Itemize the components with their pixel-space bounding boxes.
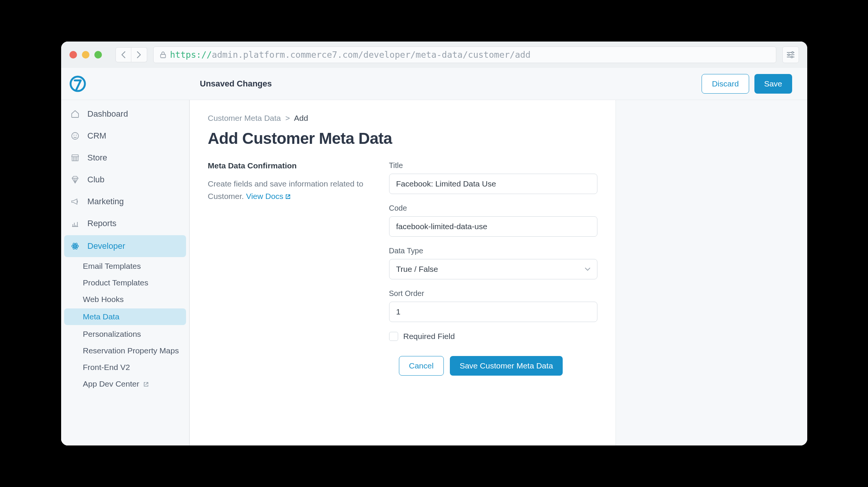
diamond-icon [70,175,80,185]
svg-point-5 [788,54,789,55]
sliders-icon [786,51,795,58]
store-icon [70,153,80,163]
smile-icon [70,131,80,141]
topbar: Unsaved Changes Discard Save [189,68,807,100]
sidebar-sub-label: Front-End V2 [83,363,130,371]
url-path: admin.platform.commerce7.com/developer/m… [212,50,531,60]
sidebar-sub-label: App Dev Center [83,379,139,388]
label-sort-order: Sort Order [389,289,597,298]
sidebar-item-club[interactable]: Club [61,169,189,191]
lock-icon [160,51,166,59]
sidebar-sub-label: Personalizations [83,330,141,338]
form-left: Meta Data Confirmation Create fields and… [208,161,366,376]
topbar-row: Unsaved Changes Discard Save [61,68,807,100]
page-title: Add Customer Meta Data [208,129,597,148]
svg-point-6 [791,56,792,58]
svg-point-9 [73,135,74,136]
svg-point-10 [75,135,76,136]
form-actions: Cancel Save Customer Meta Data [399,356,597,376]
label-datatype: Data Type [389,247,597,255]
sidebar-item-developer[interactable]: Developer [64,235,186,257]
chevron-right-icon [136,51,142,59]
logo-cell [61,68,189,100]
sidebar-item-marketing[interactable]: Marketing [61,191,189,213]
sidebar-sub-label: Product Templates [83,278,149,287]
sidebar-item-reports[interactable]: Reports [61,213,189,234]
megaphone-icon [70,197,80,207]
browser-window: https://admin.platform.commerce7.com/dev… [61,42,807,445]
nav-buttons [115,47,147,62]
sidebar-sub-email-templates[interactable]: Email Templates [61,258,189,274]
sidebar-sub-label: Reservation Property Maps [83,346,179,355]
input-title[interactable] [389,174,597,194]
field-required: Required Field [389,332,597,341]
sidebar-sub-meta-data[interactable]: Meta Data [64,308,186,325]
forward-button[interactable] [131,47,147,62]
label-required: Required Field [403,332,455,341]
sidebar-sub-personalizations[interactable]: Personalizations [61,326,189,342]
gear-atom-icon [70,241,80,251]
url-bar[interactable]: https://admin.platform.commerce7.com/dev… [153,46,776,63]
close-window-button[interactable] [69,51,77,59]
sidebar: Dashboard CRM Store Club Marketing [61,100,189,445]
svg-point-11 [74,245,75,247]
sidebar-item-label: Reports [88,219,117,228]
breadcrumb-sep: > [285,114,290,122]
input-code[interactable] [389,216,597,237]
sidebar-item-dashboard[interactable]: Dashboard [61,103,189,125]
sidebar-sub-frontend-v2[interactable]: Front-End V2 [61,359,189,376]
form-right: Title Code Data Type [389,161,597,376]
svg-point-4 [791,52,793,53]
sidebar-item-label: Club [88,175,105,185]
submit-button[interactable]: Save Customer Meta Data [450,356,563,376]
sidebar-sub-product-templates[interactable]: Product Templates [61,274,189,291]
save-button[interactable]: Save [754,74,792,94]
sidebar-sub-app-dev-center[interactable]: App Dev Center [61,376,189,392]
back-button[interactable] [115,47,131,62]
cancel-button[interactable]: Cancel [399,356,444,376]
discard-button[interactable]: Discard [702,74,749,94]
field-datatype: Data Type [389,247,597,279]
breadcrumb-parent[interactable]: Customer Meta Data [208,114,281,122]
svg-rect-0 [160,54,165,58]
brand-logo-icon [69,75,87,93]
form-row: Meta Data Confirmation Create fields and… [208,161,597,376]
external-link-icon [143,381,149,387]
app: Unsaved Changes Discard Save Dashboard C… [61,68,807,445]
svg-point-8 [72,133,78,139]
sidebar-item-label: Marketing [88,197,124,207]
sidebar-sub-label: Email Templates [83,262,141,270]
section-desc: Create fields and save information relat… [208,178,366,202]
content: Customer Meta Data > Add Add Customer Me… [189,100,616,445]
chart-icon [70,219,80,228]
sidebar-sub-label: Meta Data [83,312,120,321]
traffic-lights [69,51,102,59]
sidebar-item-label: Developer [88,241,125,251]
sidebar-sub-web-hooks[interactable]: Web Hooks [61,291,189,308]
chevron-left-icon [121,51,126,59]
sidebar-sub-reservation-maps[interactable]: Reservation Property Maps [61,342,189,359]
checkbox-required[interactable] [389,332,398,341]
field-code: Code [389,204,597,237]
sidebar-sub-label: Web Hooks [83,295,124,304]
breadcrumb: Customer Meta Data > Add [208,114,597,123]
view-docs-link[interactable]: View Docs [246,192,291,200]
browser-settings-button[interactable] [782,46,799,63]
home-icon [70,109,80,119]
field-title: Title [389,161,597,194]
topbar-title: Unsaved Changes [200,79,272,89]
maximize-window-button[interactable] [94,51,102,59]
external-link-icon [285,194,291,200]
url-scheme: https:// [170,50,212,60]
minimize-window-button[interactable] [82,51,89,59]
sidebar-item-label: CRM [88,131,106,141]
input-sort-order[interactable] [389,302,597,322]
label-title: Title [389,161,597,170]
sidebar-item-label: Dashboard [88,109,128,119]
sidebar-item-store[interactable]: Store [61,147,189,169]
main-row: Dashboard CRM Store Club Marketing [61,100,807,445]
browser-chrome: https://admin.platform.commerce7.com/dev… [61,42,807,68]
topbar-actions: Discard Save [702,74,792,94]
sidebar-item-crm[interactable]: CRM [61,125,189,147]
select-datatype[interactable] [389,259,597,279]
